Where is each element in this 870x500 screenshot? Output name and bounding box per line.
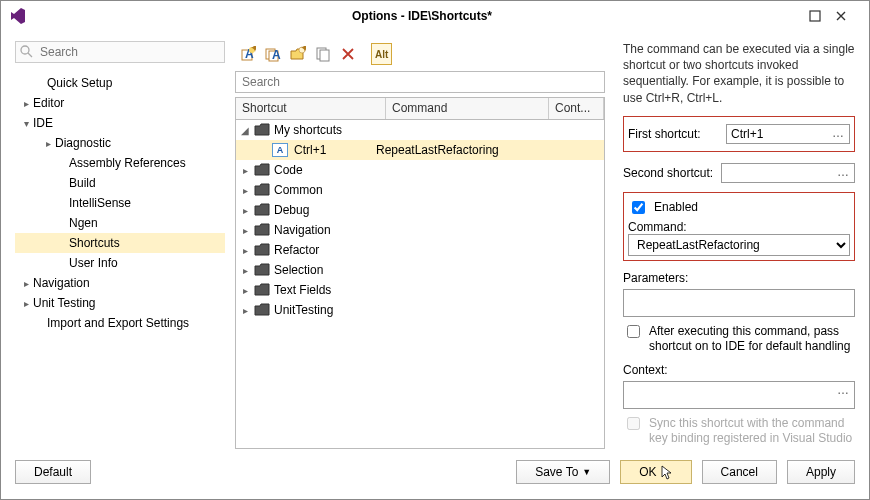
parameters-input[interactable] [623, 289, 855, 317]
folder-row[interactable]: ▸Code [236, 160, 604, 180]
copy-icon[interactable] [312, 43, 334, 65]
sync-label: Sync this shortcut with the command key … [649, 416, 855, 446]
maximize-button[interactable] [809, 10, 835, 22]
tree-caret-icon: ▸ [21, 278, 31, 289]
folder-label: Common [274, 183, 323, 197]
ok-button[interactable]: OK [620, 460, 691, 484]
folder-row[interactable]: ▸Refactor [236, 240, 604, 260]
tree-item[interactable]: IntelliSense [15, 193, 225, 213]
folder-label: Code [274, 163, 303, 177]
first-shortcut-browse-icon[interactable]: … [829, 126, 847, 140]
new-shortcut-icon[interactable]: A✦ [237, 43, 259, 65]
shortcut-toolbar: A✦ A ✦ Alt [235, 41, 605, 67]
folder-row[interactable]: ▸Text Fields [236, 280, 604, 300]
tree-item[interactable]: Assembly References [15, 153, 225, 173]
expander-closed-icon[interactable]: ▸ [236, 185, 254, 196]
tree-item[interactable]: ▾IDE [15, 113, 225, 133]
titlebar: Options - IDE\Shortcuts* [1, 1, 869, 31]
context-input[interactable]: … [623, 381, 855, 409]
expander-closed-icon[interactable]: ▸ [236, 165, 254, 176]
tree-item[interactable]: Ngen [15, 213, 225, 233]
folder-icon [254, 123, 270, 137]
new-folder-icon[interactable]: ✦ [287, 43, 309, 65]
folder-row[interactable]: ▸Common [236, 180, 604, 200]
expander-open-icon[interactable]: ◢ [236, 125, 254, 136]
first-shortcut-group: First shortcut: Ctrl+1 … [623, 116, 855, 152]
tree-item-label: User Info [67, 256, 118, 270]
svg-text:✦: ✦ [250, 46, 256, 55]
svg-rect-0 [810, 11, 820, 21]
expander-closed-icon[interactable]: ▸ [236, 205, 254, 216]
first-shortcut-input[interactable]: Ctrl+1 … [726, 124, 850, 144]
col-header-shortcut[interactable]: Shortcut [236, 98, 386, 119]
first-shortcut-label: First shortcut: [628, 127, 720, 141]
cursor-icon [661, 465, 673, 479]
folder-row[interactable]: ▸Debug [236, 200, 604, 220]
alt-mode-icon[interactable]: Alt [371, 43, 392, 65]
mid-search-input[interactable] [235, 71, 605, 93]
expander-closed-icon[interactable]: ▸ [236, 225, 254, 236]
apply-button[interactable]: Apply [787, 460, 855, 484]
tree-item[interactable]: ▸Navigation [15, 273, 225, 293]
default-button[interactable]: Default [15, 460, 91, 484]
tree-item-label: IDE [31, 116, 53, 130]
search-icon [19, 44, 33, 58]
command-label: Command: [628, 220, 850, 234]
folder-row[interactable]: ▸Selection [236, 260, 604, 280]
tree-item[interactable]: Import and Export Settings [15, 313, 225, 333]
folder-icon [254, 283, 270, 297]
col-header-context[interactable]: Cont... [549, 98, 604, 119]
expander-closed-icon[interactable]: ▸ [236, 285, 254, 296]
tree-item[interactable]: ▸Unit Testing [15, 293, 225, 313]
tree-item[interactable]: Build [15, 173, 225, 193]
context-browse-icon[interactable]: … [834, 383, 852, 397]
tree-item[interactable]: Shortcuts [15, 233, 225, 253]
shortcut-grid[interactable]: ◢My shortcutsACtrl+1RepeatLastRefactorin… [235, 119, 605, 449]
command-select[interactable]: RepeatLastRefactoring [628, 234, 850, 256]
second-shortcut-input[interactable]: … [721, 163, 855, 183]
expander-closed-icon[interactable]: ▸ [236, 265, 254, 276]
folder-label: Selection [274, 263, 323, 277]
chevron-down-icon: ▼ [582, 467, 591, 477]
tree-item-label: IntelliSense [67, 196, 131, 210]
left-search-input[interactable] [15, 41, 225, 63]
close-button[interactable] [835, 10, 861, 22]
left-pane: Quick Setup▸Editor▾IDE▸DiagnosticAssembl… [15, 41, 225, 449]
window-title: Options - IDE\Shortcuts* [35, 9, 809, 23]
folder-row[interactable]: ▸Navigation [236, 220, 604, 240]
duplicate-shortcut-icon[interactable]: A [262, 43, 284, 65]
tree-item[interactable]: ▸Diagnostic [15, 133, 225, 153]
pass-through-label: After executing this command, pass short… [649, 324, 855, 354]
folder-icon [254, 303, 270, 317]
tree-item[interactable]: ▸Editor [15, 93, 225, 113]
pass-through-checkbox[interactable] [627, 325, 640, 338]
tree-item-label: Navigation [31, 276, 90, 290]
folder-row[interactable]: ▸UnitTesting [236, 300, 604, 320]
command-group: Enabled Command: RepeatLastRefactoring [623, 192, 855, 261]
col-header-command[interactable]: Command [386, 98, 549, 119]
svg-rect-12 [320, 50, 329, 61]
options-dialog: Options - IDE\Shortcuts* Quick Setup▸Edi… [0, 0, 870, 500]
folder-row[interactable]: ◢My shortcuts [236, 120, 604, 140]
svg-text:A: A [272, 48, 281, 62]
tree-item[interactable]: User Info [15, 253, 225, 273]
shortcut-item-icon: A [272, 143, 288, 157]
expander-closed-icon[interactable]: ▸ [236, 245, 254, 256]
expander-closed-icon[interactable]: ▸ [236, 305, 254, 316]
save-to-button[interactable]: Save To ▼ [516, 460, 610, 484]
options-tree[interactable]: Quick Setup▸Editor▾IDE▸DiagnosticAssembl… [15, 69, 225, 449]
folder-icon [254, 243, 270, 257]
enabled-checkbox[interactable] [632, 201, 645, 214]
tree-item-label: Quick Setup [45, 76, 112, 90]
tree-item-label: Unit Testing [31, 296, 95, 310]
parameters-label: Parameters: [623, 271, 855, 285]
folder-icon [254, 263, 270, 277]
folder-icon [254, 183, 270, 197]
second-shortcut-browse-icon[interactable]: … [834, 165, 852, 179]
shortcut-key: Ctrl+1 [294, 143, 376, 157]
cancel-button[interactable]: Cancel [702, 460, 777, 484]
tree-item[interactable]: Quick Setup [15, 73, 225, 93]
mid-pane: A✦ A ✦ Alt [235, 41, 605, 449]
shortcut-row[interactable]: ACtrl+1RepeatLastRefactoring [236, 140, 604, 160]
delete-icon[interactable] [337, 43, 359, 65]
